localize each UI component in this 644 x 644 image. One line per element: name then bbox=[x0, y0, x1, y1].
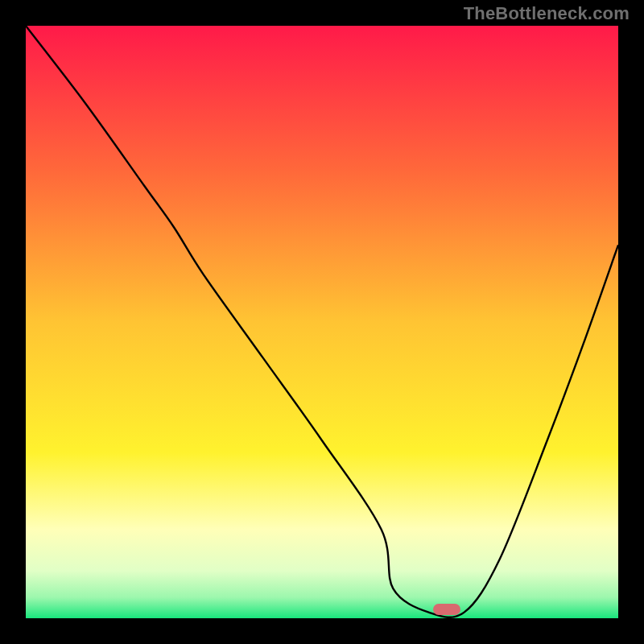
optimal-marker bbox=[433, 604, 460, 615]
plot-area bbox=[26, 26, 618, 618]
bottleneck-curve bbox=[26, 26, 618, 617]
curve-layer bbox=[26, 26, 618, 618]
chart-frame: TheBottleneck.com bbox=[0, 0, 644, 644]
watermark-text: TheBottleneck.com bbox=[464, 3, 630, 24]
